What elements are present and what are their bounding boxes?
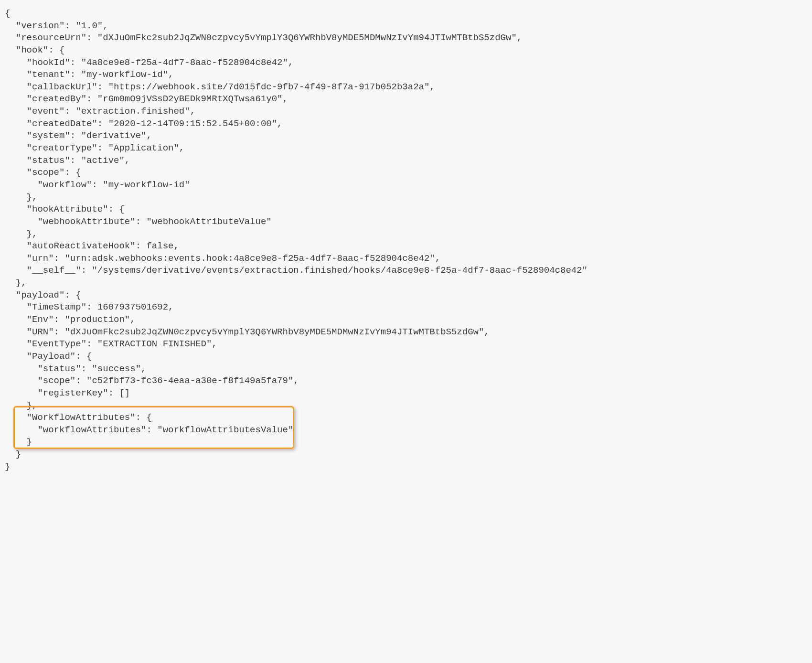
code-text: { "version": "1.0", "resourceUrn": "dXJu… xyxy=(5,8,588,472)
json-code-block: { "version": "1.0", "resourceUrn": "dXJu… xyxy=(0,0,812,482)
